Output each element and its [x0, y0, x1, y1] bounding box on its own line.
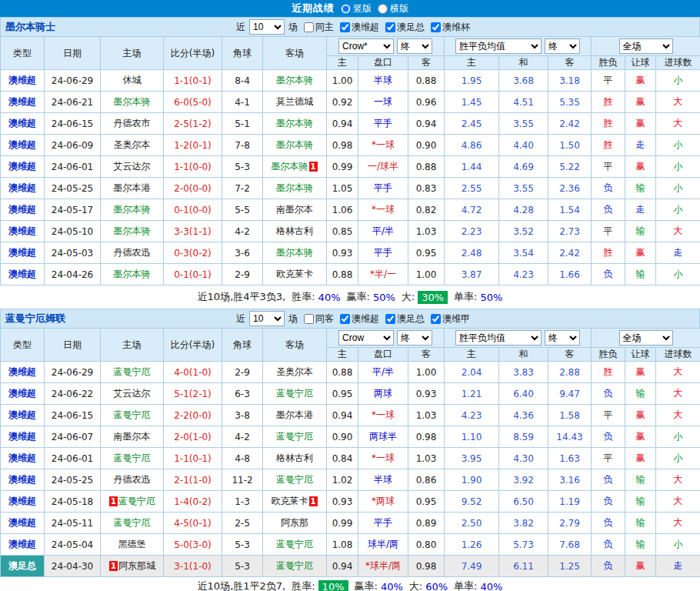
- match-row: 澳维超24-06-09圣奥尔本1-2(0-1)7-8墨尔本骑0.98*一球0.9…: [1, 135, 700, 156]
- home-team-cell: 蓝曼宁厄: [101, 362, 164, 383]
- league-checkbox[interactable]: [385, 314, 395, 324]
- league-checkbox[interactable]: [385, 22, 395, 32]
- away-team-cell: 墨尔本港: [263, 405, 327, 426]
- result-cell: 负: [592, 491, 625, 513]
- odds-final-select[interactable]: 终: [397, 38, 432, 54]
- avg-draw-odds-cell: 4.23: [499, 264, 548, 285]
- corners-cell: 4-2: [222, 221, 263, 242]
- result-cell: 负: [592, 469, 625, 491]
- score-cell: 1-1(0-1): [164, 70, 222, 92]
- handicap-home-odds-cell: 1.00: [327, 70, 358, 92]
- away-team-cell: 阿东那: [263, 513, 327, 534]
- layout-vertical-option[interactable]: 竖版: [341, 2, 372, 15]
- corners-cell: 3-6: [222, 242, 263, 264]
- score-cell: 4-0(1-0): [164, 362, 222, 383]
- col-date: 日期: [45, 329, 101, 362]
- team-label: 丹德农迅: [114, 474, 151, 485]
- horizontal-radio[interactable]: [378, 4, 388, 14]
- league-checkbox[interactable]: [340, 314, 350, 324]
- handicap-cell: 半球: [358, 469, 408, 491]
- same-venue-checkbox[interactable]: [304, 314, 314, 324]
- corners-cell: 7-2: [222, 178, 263, 199]
- same-venue-filter[interactable]: 同客: [299, 312, 334, 326]
- col-avg-away: 客: [548, 348, 592, 362]
- league-filter-1[interactable]: 澳足总: [381, 21, 425, 34]
- league-filter-1[interactable]: 澳足总: [381, 312, 425, 326]
- odds-final-select[interactable]: 终: [397, 330, 432, 346]
- handicap-away-odds-cell: 0.98: [408, 426, 445, 448]
- section-header: 蓝曼宁厄姆联 近 10 场 同客 澳维超 澳足总 澳维甲: [0, 309, 700, 328]
- team-name-link[interactable]: 墨尔本骑士: [5, 20, 236, 34]
- vertical-radio[interactable]: [341, 4, 351, 14]
- avg-draw-odds-cell: 4.36: [499, 405, 548, 426]
- result-cell: 平: [592, 448, 625, 469]
- avg-home-odds-cell: 2.23: [445, 221, 499, 242]
- team-label: 蓝曼宁厄: [114, 409, 151, 420]
- avg-odds-select[interactable]: 胜平负均值: [455, 330, 542, 346]
- goals-result-cell: 小: [656, 264, 700, 285]
- corners-cell: 3-8: [222, 405, 263, 426]
- handicap-result-cell: 输: [625, 178, 656, 199]
- period-select[interactable]: 全场: [619, 330, 673, 346]
- avg-draw-odds-cell: 3.52: [499, 221, 548, 242]
- home-team-cell: 丹德农迅: [101, 469, 164, 491]
- date-cell: 24-05-04: [45, 534, 101, 556]
- avg-final-select[interactable]: 终: [545, 38, 580, 54]
- handicap-home-odds-cell: 0.94: [327, 556, 358, 577]
- handicap-away-odds-cell: 0.96: [408, 92, 445, 113]
- team-section-1: 墨尔本骑士 近 10 场 同主 澳维超 澳足总 澳维杯 类型 日期 主场 比分(…: [0, 17, 700, 309]
- league-filter-0[interactable]: 澳维超: [335, 312, 379, 326]
- league-checkbox[interactable]: [340, 22, 350, 32]
- league-cell: 澳维超: [1, 469, 45, 491]
- league-cell: 澳维超: [1, 491, 45, 513]
- stat-label: 胜率:: [292, 579, 315, 591]
- away-team-cell: 格林古利: [263, 448, 327, 469]
- team-label: 莫兰德城: [276, 96, 313, 107]
- team-label: 墨尔本港: [276, 409, 313, 420]
- result-cell: 负: [592, 178, 625, 199]
- score-cell: 2-0(0-0): [164, 178, 222, 199]
- handicap-home-odds-cell: 0.94: [327, 405, 358, 426]
- league-checkbox[interactable]: [431, 314, 441, 324]
- match-row: 澳维超24-06-29休城1-1(0-1)8-4墨尔本骑1.00半球0.881.…: [1, 70, 700, 92]
- goals-result-cell: 小: [656, 156, 700, 178]
- team-name-link[interactable]: 蓝曼宁厄姆联: [5, 312, 236, 326]
- avg-away-odds-cell: 2.73: [548, 221, 592, 242]
- filter-controls: 近 10 场 同客 澳维超 澳足总 澳维甲: [236, 311, 470, 326]
- team-label: 南墨尔本: [114, 431, 151, 442]
- stat-label: 大:: [409, 579, 422, 591]
- team-label: 墨尔本骑: [114, 225, 151, 236]
- handicap-cell: *两球: [358, 491, 408, 513]
- same-venue-checkbox[interactable]: [304, 22, 314, 32]
- league-filter-2[interactable]: 澳维甲: [426, 312, 470, 326]
- team-label: 蓝曼宁厄: [114, 517, 151, 528]
- team-label: 蓝曼宁厄: [114, 452, 151, 463]
- odds-company-select[interactable]: Crow: [338, 330, 394, 346]
- handicap-result-cell: 输: [625, 264, 656, 285]
- avg-away-odds-cell: 5.35: [548, 92, 592, 113]
- league-filter-0[interactable]: 澳维超: [335, 21, 379, 34]
- match-row: 澳维超24-05-25墨尔本港2-0(0-0)7-2墨尔本骑1.05平手0.83…: [1, 178, 700, 199]
- odds-company-select[interactable]: Crow*: [338, 38, 394, 54]
- team-section-2: 蓝曼宁厄姆联 近 10 场 同客 澳维超 澳足总 澳维甲 类型 日期 主场 比分…: [0, 309, 700, 591]
- recent-label: 近: [236, 312, 245, 326]
- same-venue-filter[interactable]: 同主: [299, 21, 334, 34]
- result-cell: 胜: [592, 135, 625, 156]
- matches-table: 类型 日期 主场 比分(半场) 角球 客场 Crow 终 胜平负均值 终 全场: [0, 328, 700, 577]
- avg-draw-odds-cell: 4.28: [499, 199, 548, 221]
- league-filter-2[interactable]: 澳维杯: [426, 21, 470, 34]
- avg-final-select[interactable]: 终: [545, 330, 580, 346]
- match-count-select[interactable]: 10: [249, 311, 285, 326]
- handicap-away-odds-cell: 0.80: [408, 534, 445, 556]
- home-team-cell: 圣奥尔本: [101, 135, 164, 156]
- period-select[interactable]: 全场: [619, 38, 673, 54]
- corners-cell: 1-3: [222, 491, 263, 513]
- league-checkbox[interactable]: [431, 22, 441, 32]
- goals-result-cell: 小: [656, 426, 700, 448]
- match-row: 澳足总24-04-301阿东那城3-1(1-0)5-3蓝曼宁厄0.94*球半/两…: [1, 556, 700, 577]
- layout-horizontal-option[interactable]: 横版: [378, 2, 408, 15]
- handicap-away-odds-cell: 0.88: [408, 70, 445, 92]
- handicap-away-odds-cell: 0.95: [408, 242, 445, 264]
- match-count-select[interactable]: 10: [249, 19, 285, 35]
- avg-odds-select[interactable]: 胜平负均值: [455, 38, 542, 54]
